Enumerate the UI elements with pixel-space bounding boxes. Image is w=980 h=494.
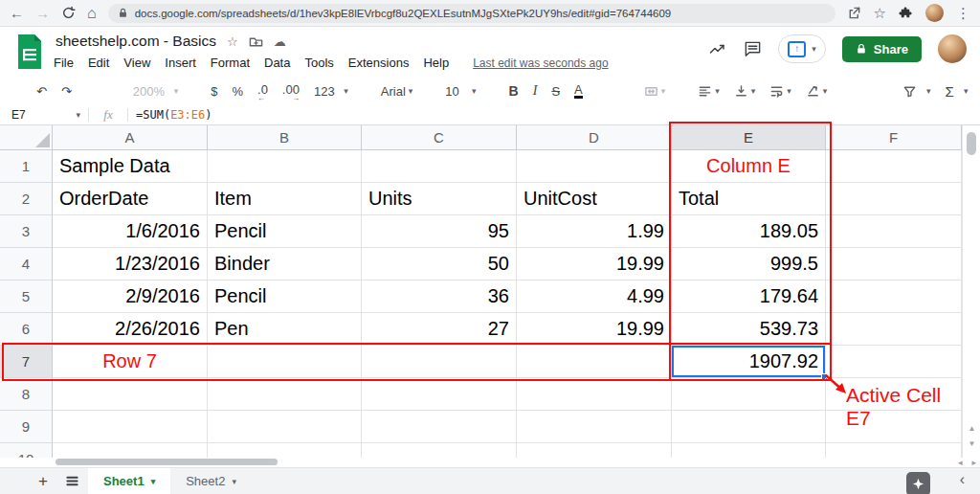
tab-sheet1[interactable]: Sheet1▾	[88, 468, 170, 494]
cell-E6[interactable]: 539.73	[672, 313, 826, 346]
scroll-left-icon[interactable]: ◂	[958, 458, 963, 467]
cell-E8[interactable]	[672, 378, 826, 411]
currency-format-button[interactable]: $	[211, 85, 217, 98]
cell-C8[interactable]	[362, 378, 517, 411]
present-dropdown-caret[interactable]: ▾	[812, 44, 816, 54]
menu-file[interactable]: File	[54, 56, 74, 70]
cell-C1[interactable]	[362, 150, 517, 183]
cell-A7[interactable]: Row 7	[53, 346, 208, 378]
undo-icon[interactable]: ↶	[36, 85, 47, 98]
cell-D2[interactable]: UnitCost	[517, 183, 672, 215]
star-document-icon[interactable]: ☆	[227, 34, 238, 49]
cell-E5[interactable]: 179.64	[672, 281, 826, 313]
horizontal-scrollbar[interactable]: ◂▸	[0, 458, 980, 467]
horizontal-scroll-thumb[interactable]	[56, 459, 278, 465]
row-header-3[interactable]: 3	[0, 215, 53, 248]
comment-history-icon[interactable]	[744, 40, 762, 58]
font-size-select[interactable]: 10 ▾	[445, 85, 476, 98]
cell-D1[interactable]	[517, 150, 672, 183]
cell-A4[interactable]: 1/23/2016	[53, 248, 208, 281]
scroll-down-icon[interactable]: ▼	[963, 439, 980, 448]
menu-extensions[interactable]: Extensions	[348, 56, 410, 70]
tab-menu-caret[interactable]: ▾	[151, 477, 156, 486]
cell-E7[interactable]: 1907.92	[672, 346, 826, 378]
forward-icon[interactable]: →	[35, 6, 50, 20]
cell-E4[interactable]: 999.5	[672, 248, 826, 281]
account-avatar[interactable]	[938, 34, 967, 63]
redo-icon[interactable]: ↷	[61, 85, 72, 98]
cell-D3[interactable]: 1.99	[517, 215, 672, 248]
cell-F4[interactable]	[826, 248, 962, 281]
bookmark-star-icon[interactable]: ☆	[874, 6, 886, 20]
select-all-corner[interactable]	[0, 125, 53, 150]
cell-E9[interactable]	[672, 411, 826, 443]
all-sheets-icon[interactable]	[59, 474, 84, 488]
cell-E1[interactable]: Column E	[672, 150, 826, 183]
scroll-up-icon[interactable]: ▲	[963, 424, 980, 433]
cell-D7[interactable]	[517, 346, 672, 378]
strikethrough-button[interactable]: S	[551, 85, 560, 98]
cell-E3[interactable]: 189.05	[672, 215, 826, 248]
column-header-D[interactable]: D	[517, 125, 672, 150]
bold-button[interactable]: B	[509, 84, 519, 98]
vertical-align-button[interactable]: ▾	[734, 84, 756, 99]
column-header-F[interactable]: F	[826, 125, 962, 150]
vertical-scroll-thumb[interactable]	[967, 132, 976, 155]
column-header-C[interactable]: C	[362, 125, 517, 150]
move-to-folder-icon[interactable]	[249, 34, 263, 49]
cell-F6[interactable]	[826, 313, 962, 346]
cell-C10[interactable]	[362, 443, 517, 458]
cell-D8[interactable]	[517, 378, 672, 411]
functions-button[interactable]: Σ ▾	[946, 84, 969, 99]
vertical-scrollbar[interactable]: ▲ ▼	[962, 125, 980, 458]
menu-help[interactable]: Help	[423, 56, 449, 70]
row-header-6[interactable]: 6	[0, 313, 53, 346]
add-sheet-button[interactable]: +	[31, 472, 56, 491]
row-header-5[interactable]: 5	[0, 281, 53, 313]
more-formats-button[interactable]: 123 ▾	[314, 85, 348, 98]
cell-B8[interactable]	[208, 378, 362, 411]
column-header-B[interactable]: B	[208, 125, 362, 150]
row-header-4[interactable]: 4	[0, 248, 53, 281]
column-header-A[interactable]: A	[53, 125, 208, 150]
column-header-E[interactable]: E	[672, 125, 826, 150]
text-color-button[interactable]: A	[574, 83, 583, 99]
cell-B2[interactable]: Item	[208, 183, 362, 215]
increase-decimal-button[interactable]: .00→	[282, 83, 300, 100]
cell-A5[interactable]: 2/9/2016	[53, 281, 208, 313]
collapse-panel-chevron[interactable]: ‹	[960, 471, 965, 488]
percent-format-button[interactable]: %	[232, 85, 243, 98]
row-header-9[interactable]: 9	[0, 411, 53, 443]
row-header-1[interactable]: 1	[0, 150, 53, 183]
back-icon[interactable]: ←	[10, 6, 24, 20]
filter-button[interactable]: ▾	[902, 84, 930, 99]
menu-view[interactable]: View	[123, 56, 150, 70]
row-header-2[interactable]: 2	[0, 183, 53, 215]
cell-B5[interactable]: Pencil	[208, 281, 362, 313]
menu-data[interactable]: Data	[264, 56, 290, 70]
cell-F3[interactable]	[826, 215, 962, 248]
font-select[interactable]: Arial▾	[381, 85, 413, 98]
cell-D6[interactable]: 19.99	[517, 313, 672, 346]
last-edit-link[interactable]: Last edit was seconds ago	[473, 56, 608, 70]
tab-sheet2[interactable]: Sheet2▾	[170, 468, 252, 494]
share-page-icon[interactable]	[847, 6, 861, 20]
cell-B6[interactable]: Pen	[208, 313, 362, 346]
italic-button[interactable]: I	[533, 84, 538, 98]
insights-icon[interactable]	[708, 39, 727, 58]
row-header-10[interactable]: 10	[0, 443, 53, 458]
zoom-select[interactable]: 200% ▾	[133, 85, 178, 98]
name-box-caret[interactable]: ▾	[76, 110, 80, 120]
document-title[interactable]: sheetshelp.com - Basics	[56, 33, 216, 50]
sheets-logo-icon[interactable]	[15, 33, 44, 71]
cell-F2[interactable]	[826, 183, 962, 215]
decrease-decimal-button[interactable]: .0←	[257, 83, 268, 100]
cell-A9[interactable]	[53, 411, 208, 443]
row-header-8[interactable]: 8	[0, 378, 53, 411]
cell-F7[interactable]	[826, 346, 962, 378]
cell-B7[interactable]	[208, 346, 362, 378]
name-box[interactable]: E7 ▾	[0, 108, 88, 122]
cell-C7[interactable]	[362, 346, 517, 378]
cell-D10[interactable]	[517, 443, 672, 458]
horizontal-align-button[interactable]: ▾	[698, 84, 720, 99]
